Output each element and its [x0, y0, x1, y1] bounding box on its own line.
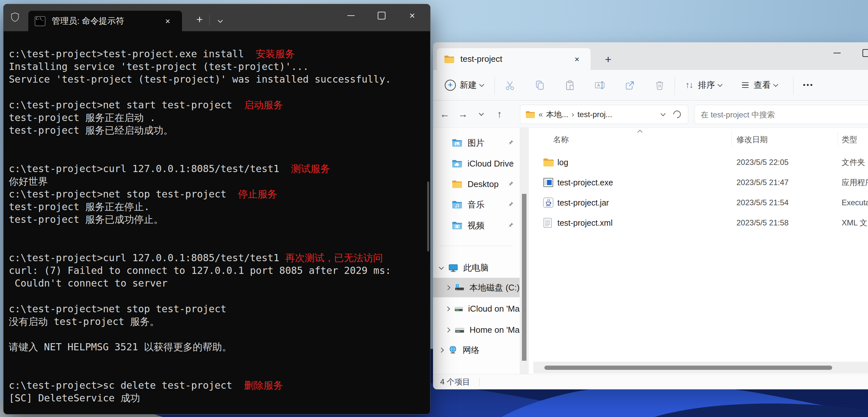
copy-icon [534, 80, 545, 91]
new-tab-button[interactable]: + [193, 13, 206, 26]
breadcrumb-item-current[interactable]: test-proj... [577, 110, 612, 119]
sidebar-item-local-disk-c[interactable]: 本地磁盘 (C:) [433, 278, 520, 297]
admin-shield-icon [11, 12, 19, 23]
explorer-statusbar: 4 个项目 [433, 374, 868, 389]
sidebar-item-music[interactable]: 音乐 [434, 196, 518, 214]
terminal-line: 你好世界 [9, 175, 426, 188]
file-row-log[interactable]: log 2023/5/5 22:05 文件夹 [531, 153, 868, 172]
share-button[interactable] [615, 74, 645, 97]
paste-button[interactable] [555, 74, 585, 97]
maximize-button[interactable] [366, 4, 397, 27]
delete-button[interactable] [645, 74, 675, 97]
terminal-line [9, 137, 426, 149]
terminal-line: curl: (7) Failed to connect to 127.0.0.1… [9, 264, 426, 277]
close-button[interactable]: × [397, 4, 428, 27]
terminal-line [9, 226, 426, 239]
file-row-exe[interactable]: test-project.exe 2023/5/5 21:47 应用程序 [531, 173, 868, 192]
terminal-line: c:\test-project>sc delete test-project 删… [9, 379, 426, 392]
chevron-collapsed-icon[interactable] [445, 327, 450, 332]
chevron-collapsed-icon[interactable] [439, 347, 444, 353]
more-button[interactable]: ••• [799, 74, 818, 97]
breadcrumb[interactable]: « 本地... › test-proj... [520, 105, 688, 124]
sidebar-item-home-mapped[interactable]: Home on 'Ma [433, 320, 520, 340]
desktop-folder-icon [452, 180, 462, 188]
refresh-icon[interactable] [672, 109, 682, 120]
copy-button[interactable] [525, 74, 555, 97]
view-icon [742, 82, 748, 88]
history-dropdown-button[interactable] [472, 105, 490, 123]
new-tab-button[interactable]: + [601, 53, 615, 66]
explorer-body: 图片 iCloud Drive Desktop 音乐 视频 [433, 128, 868, 374]
terminal-line [9, 290, 426, 303]
terminal-titlebar: C:\_ 管理员: 命令提示符 × + × [4, 4, 430, 31]
statusbar-divider [479, 378, 479, 386]
tab-close-icon[interactable]: × [571, 53, 583, 65]
terminal-line: c:\test-project>net start test-project 启… [9, 99, 426, 111]
tab-dropdown-button[interactable] [215, 15, 226, 26]
view-button[interactable]: 查看 [739, 74, 780, 97]
up-button[interactable]: ↑ [490, 105, 508, 123]
sidebar-item-this-pc[interactable]: 此电脑 [433, 258, 520, 277]
terminal-scrollbar[interactable] [427, 181, 429, 251]
minimize-button[interactable] [823, 42, 852, 64]
pin-icon [508, 140, 514, 145]
xml-file-icon [543, 218, 552, 228]
sidebar-item-videos[interactable]: 视频 [434, 216, 518, 235]
maximize-icon [863, 49, 868, 57]
sidebar-item-icloud-drive[interactable]: iCloud Drive [434, 154, 518, 173]
minimize-button[interactable] [336, 4, 366, 27]
column-header-type[interactable]: 类型 [842, 132, 857, 147]
column-divider[interactable] [838, 132, 838, 146]
explorer-tab-title: test-project [460, 54, 502, 64]
breadcrumb-collapse-icon[interactable]: « [538, 110, 543, 119]
sidebar-item-icloud-drive-mapped[interactable]: iCloud on 'Ma [433, 299, 520, 318]
maximize-icon [378, 12, 385, 20]
back-button[interactable]: ← [436, 105, 454, 123]
rename-icon [594, 80, 605, 91]
new-button[interactable]: + 新建 [442, 74, 486, 97]
tab-close-icon[interactable]: × [162, 15, 174, 27]
chevron-collapsed-icon[interactable] [445, 285, 450, 290]
sidebar-item-pictures[interactable]: 图片 [434, 134, 518, 152]
forward-button[interactable]: → [454, 105, 472, 123]
delete-icon [654, 80, 665, 91]
terminal-line [9, 328, 426, 341]
cut-button[interactable] [495, 74, 525, 97]
column-header-name[interactable]: 名称 [553, 132, 569, 147]
terminal-window: C:\_ 管理员: 命令提示符 × + × c:\test-project>te… [3, 4, 430, 414]
videos-folder-icon [452, 221, 462, 230]
file-list: 名称 修改日期 类型 log 2023/5/5 22:05 文件夹 test-p… [529, 128, 868, 374]
terminal-line: 没有启动 test-project 服务。 [9, 315, 426, 328]
chevron-collapsed-icon[interactable] [445, 306, 450, 311]
maximize-button[interactable] [852, 42, 868, 64]
explorer-tab[interactable]: test-project × [437, 48, 591, 70]
terminal-line: c:\test-project>test-project.exe install… [9, 47, 426, 60]
toolbar-divider [793, 76, 794, 95]
column-header-date[interactable]: 修改日期 [737, 132, 768, 147]
icloud-folder-icon [452, 160, 462, 168]
sidebar-scrollbar[interactable] [520, 128, 529, 374]
plus-icon: + [445, 80, 456, 91]
close-icon: × [409, 10, 415, 21]
rename-button[interactable] [585, 74, 615, 97]
chevron-expanded-icon[interactable] [439, 265, 444, 270]
horizontal-scrollbar[interactable] [533, 362, 868, 373]
breadcrumb-item-root[interactable]: 本地... [546, 109, 568, 120]
sidebar-item-desktop[interactable]: Desktop [434, 175, 518, 193]
jar-file-icon [543, 198, 554, 208]
network-icon [448, 345, 458, 354]
file-row-xml[interactable]: test-project.xml 2023/5/5 21:58 XML 文 [531, 213, 868, 232]
exe-file-icon [543, 177, 554, 188]
terminal-line [9, 86, 426, 99]
horizontal-scrollbar-thumb[interactable] [545, 366, 832, 370]
sidebar-item-network[interactable]: 网络 [433, 340, 520, 360]
address-dropdown-icon[interactable] [661, 111, 666, 116]
sidebar-scrollbar-thumb[interactable] [522, 194, 526, 361]
folder-icon [543, 158, 554, 167]
sort-button[interactable]: ↑↓ 排序 [683, 74, 724, 97]
terminal-line: c:\test-project>curl 127.0.0.1:8085/test… [9, 162, 426, 175]
search-input[interactable] [695, 105, 868, 124]
terminal-tab[interactable]: C:\_ 管理员: 命令提示符 × [28, 11, 182, 31]
column-divider[interactable] [731, 132, 732, 146]
file-row-jar[interactable]: test-project.jar 2023/5/5 21:54 Executab [531, 193, 868, 212]
